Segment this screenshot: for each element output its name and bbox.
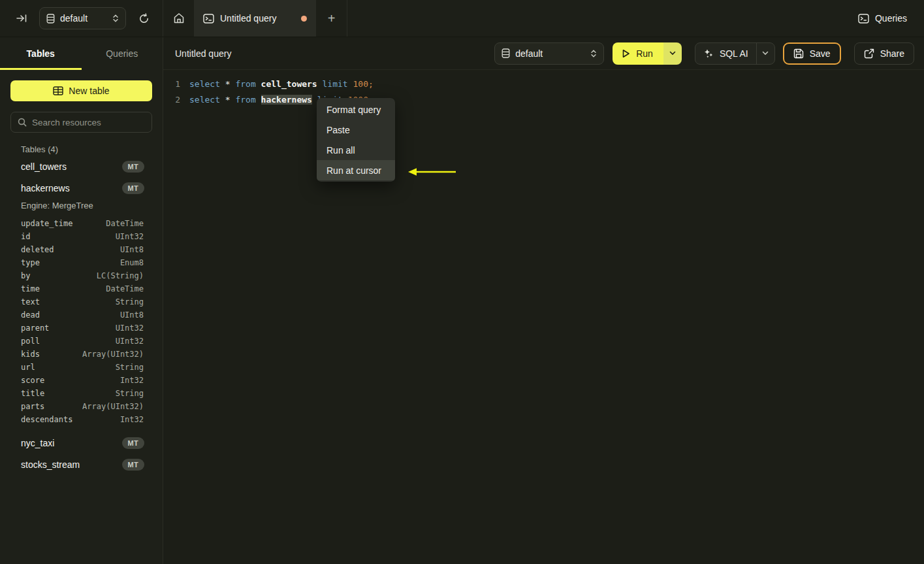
schema-column-row: partsArray(UInt32) <box>10 400 152 413</box>
table-name: hackernews <box>21 183 70 193</box>
sql-editor[interactable]: 1select * from cell_towers limit 100;2se… <box>163 70 924 564</box>
column-type: String <box>116 389 144 398</box>
new-tab-button[interactable]: + <box>316 0 347 37</box>
schema-column-row: byLC(String) <box>10 269 152 282</box>
schema-column-row: titleString <box>10 387 152 400</box>
schema-gap <box>10 426 152 432</box>
schema-column-row: pollUInt32 <box>10 335 152 348</box>
column-name: poll <box>21 337 40 346</box>
schema-column-row: deadUInt8 <box>10 308 152 322</box>
code-token: 100 <box>353 79 368 89</box>
context-menu-item-run-at-cursor[interactable]: Run at cursor <box>317 160 395 180</box>
engine-badge: MT <box>122 459 144 471</box>
sql-ai-options-button[interactable] <box>756 43 774 64</box>
column-type: UInt8 <box>120 245 144 254</box>
sidebar: Tables Queries New table <box>0 37 163 564</box>
sidebar-tab-queries[interactable]: Queries <box>82 37 163 70</box>
table-row-stocks_stream[interactable]: stocks_streamMT <box>10 454 152 475</box>
share-button[interactable]: Share <box>854 42 914 65</box>
save-button[interactable]: Save <box>783 42 841 65</box>
sidebar-tab-tables[interactable]: Tables <box>0 37 82 70</box>
queries-button-label: Queries <box>875 13 907 24</box>
code-token: from <box>235 79 255 89</box>
column-type: UInt32 <box>116 323 144 333</box>
search-resources-box[interactable] <box>10 112 152 133</box>
topbar-spacer <box>347 0 850 37</box>
code-token: * <box>225 95 231 105</box>
sql-ai-button[interactable]: SQL AI <box>695 48 756 59</box>
query-header: Untitled query default <box>163 37 924 70</box>
save-button-label: Save <box>810 48 831 59</box>
search-icon <box>18 118 27 127</box>
tab-untitled-query[interactable]: Untitled query <box>194 0 316 37</box>
tables-section-header: Tables (4) <box>10 144 152 155</box>
column-name: score <box>21 376 44 385</box>
search-resources-input[interactable] <box>32 118 148 127</box>
schema-column-row: typeEnum8 <box>10 256 152 269</box>
context-menu-item-paste[interactable]: Paste <box>317 120 395 140</box>
editor-context-menu: Format queryPasteRun allRun at cursor <box>317 98 395 182</box>
topbar: default <box>0 0 924 37</box>
schema-column-row: idUInt32 <box>10 230 152 243</box>
table-name: nyc_taxi <box>21 438 54 448</box>
chevron-down-icon <box>669 51 676 56</box>
play-icon <box>622 49 630 58</box>
context-menu-item-format-query[interactable]: Format query <box>317 99 395 120</box>
table-row-cell_towers[interactable]: cell_towersMT <box>10 156 152 177</box>
terminal-icon <box>858 14 869 24</box>
toolbar-database-selector[interactable]: default <box>494 42 604 65</box>
new-table-button-label: New table <box>69 86 109 96</box>
sidebar-tabs: Tables Queries <box>0 37 163 70</box>
schema-column-row: urlString <box>10 361 152 374</box>
schema-column-row: kidsArray(UInt32) <box>10 348 152 361</box>
new-table-button[interactable]: New table <box>10 80 152 101</box>
queries-button[interactable]: Queries <box>850 0 924 37</box>
column-name: kids <box>21 350 40 359</box>
sidebar-tab-queries-label: Queries <box>106 48 138 59</box>
code-token <box>256 95 261 105</box>
collapse-sidebar-button[interactable] <box>12 8 31 28</box>
column-name: type <box>21 258 40 267</box>
engine-badge: MT <box>122 161 144 173</box>
database-icon <box>502 48 510 58</box>
column-type: Int32 <box>120 376 144 385</box>
refresh-button[interactable] <box>134 8 153 28</box>
refresh-icon <box>138 13 150 24</box>
table-list: cell_towersMThackernewsMTEngine: MergeTr… <box>10 156 152 475</box>
column-name: time <box>21 284 40 293</box>
code-text: select * from cell_towers limit 100; <box>189 79 374 89</box>
code-token <box>220 95 225 105</box>
schema-column-row: scoreInt32 <box>10 374 152 387</box>
app-shell: Tables Queries New table <box>0 37 924 564</box>
column-name: title <box>21 389 44 398</box>
main-area: Untitled query default <box>163 37 924 564</box>
table-name: cell_towers <box>21 161 67 172</box>
schema-column-row: timeDateTime <box>10 282 152 295</box>
engine-badge: MT <box>122 437 144 449</box>
column-type: DateTime <box>106 219 144 228</box>
column-type: Enum8 <box>120 258 144 267</box>
sql-ai-button-group: SQL AI <box>695 42 775 65</box>
share-button-label: Share <box>880 48 904 59</box>
code-token: * <box>225 79 231 89</box>
query-title: Untitled query <box>175 48 231 59</box>
run-button[interactable]: Run <box>613 42 663 65</box>
context-menu-item-run-all[interactable]: Run all <box>317 140 395 160</box>
code-line-1: 1select * from cell_towers limit 100; <box>163 76 924 91</box>
column-type: String <box>116 363 144 372</box>
column-type: Int32 <box>120 415 144 424</box>
column-type: UInt32 <box>116 232 144 241</box>
plus-icon: + <box>328 11 336 26</box>
column-name: parts <box>21 402 44 411</box>
column-type: Array(UInt32) <box>82 350 144 359</box>
engine-badge: MT <box>122 182 144 194</box>
column-type: UInt8 <box>120 310 144 320</box>
table-row-nyc_taxi[interactable]: nyc_taxiMT <box>10 433 152 454</box>
collapse-sidebar-icon <box>16 14 27 23</box>
run-options-button[interactable] <box>663 42 682 65</box>
table-row-hackernews[interactable]: hackernewsMT <box>10 178 152 199</box>
sidebar-database-selector[interactable]: default <box>39 7 126 29</box>
unsaved-indicator-dot <box>301 16 307 22</box>
home-button[interactable] <box>163 0 194 37</box>
sidebar-tab-tables-label: Tables <box>27 48 55 59</box>
